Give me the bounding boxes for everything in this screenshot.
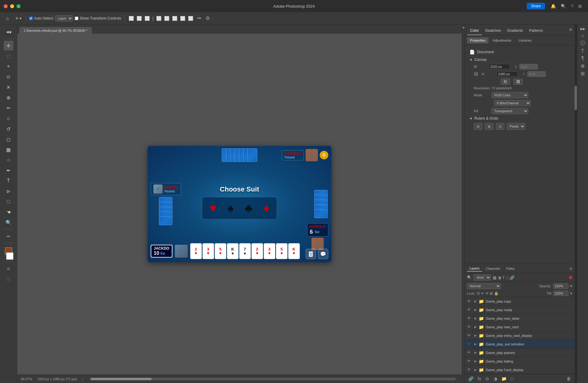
hand-card-3[interactable]: 5♥: [215, 243, 226, 259]
bits-select[interactable]: 8 Bits/Channel: [494, 100, 531, 106]
fill-chevron-icon[interactable]: ▾: [570, 291, 572, 296]
chevron-icon-7[interactable]: ▶: [474, 359, 477, 363]
info-panel-icon[interactable]: ⓘ: [580, 40, 585, 46]
lock-transparent-icon[interactable]: ⊡: [477, 291, 480, 296]
type-icon[interactable]: T: [4, 176, 13, 186]
share-button[interactable]: Share: [527, 3, 545, 9]
crop-tool-icon[interactable]: ⊡: [4, 72, 13, 82]
tab-layers[interactable]: Layers: [467, 266, 482, 272]
tab-paths[interactable]: Paths: [504, 266, 517, 271]
align-center-h-icon[interactable]: ⬜: [136, 15, 143, 21]
move-tool[interactable]: ✛ ▾: [14, 16, 23, 21]
zoom-icon[interactable]: 🔍: [4, 218, 13, 227]
add-mask-icon[interactable]: ⊙: [484, 376, 490, 382]
layer-select[interactable]: Layer: [55, 15, 73, 21]
canvas-x-input[interactable]: [519, 64, 538, 69]
shape-icon[interactable]: □: [4, 197, 13, 206]
chevron-icon-6[interactable]: ▶: [474, 351, 477, 354]
align-right-icon[interactable]: ⬜: [171, 15, 178, 21]
eye-icon-5[interactable]: 👁: [467, 342, 473, 346]
link-layers-icon[interactable]: 🔗: [467, 376, 475, 382]
layer-item-7[interactable]: 👁 ▶ 📁 Game_play bating: [465, 357, 575, 366]
horizontal-scrollbar[interactable]: [90, 378, 456, 380]
help-icon[interactable]: ?: [571, 4, 573, 9]
eye-icon-1[interactable]: 👁: [467, 307, 473, 312]
spade-button[interactable]: ♠: [225, 200, 236, 216]
fill-percent-input[interactable]: [553, 291, 568, 296]
delete-layer-icon[interactable]: 🗑: [565, 376, 572, 382]
lock-move-icon[interactable]: ✛: [485, 291, 488, 296]
deal-button[interactable]: 🃏: [306, 249, 316, 259]
layer-item-8[interactable]: 👁 ▶ 📁 Game_play Card_display: [465, 366, 575, 374]
eyedropper-icon[interactable]: ✕: [4, 82, 13, 92]
link-icon[interactable]: ⛓: [474, 72, 478, 76]
maximize-button[interactable]: [17, 4, 21, 8]
hand-card-6[interactable]: 2♥: [251, 243, 263, 259]
close-button[interactable]: [4, 4, 8, 8]
show-transform-checkbox[interactable]: Show Transform Controls: [75, 16, 121, 20]
gradient-icon[interactable]: ▦: [4, 145, 13, 154]
hand-card-4[interactable]: K♠: [227, 243, 239, 259]
filter-adjust-icon[interactable]: ◑: [498, 275, 501, 280]
group-layers-icon[interactable]: 📁: [500, 376, 508, 382]
tab-gradients[interactable]: Gradients: [504, 27, 526, 35]
eye-icon-3[interactable]: 👁: [467, 325, 473, 329]
layer-item-6[interactable]: 👁 ▶ 📁 Game_play passed: [465, 348, 575, 357]
filter-smart-icon[interactable]: 🔗: [510, 275, 514, 280]
heart-button[interactable]: ♥: [207, 200, 219, 216]
paragraph-panel-icon[interactable]: ¶: [581, 56, 584, 61]
brush-icon[interactable]: ✏: [4, 103, 13, 113]
history-panel-icon[interactable]: ⊞: [581, 71, 585, 76]
sub-tab-adjustments[interactable]: Adjustments: [490, 37, 514, 43]
canvas-h-input[interactable]: [496, 71, 518, 77]
tab-patterns[interactable]: Patterns: [526, 27, 546, 35]
chevron-icon-8[interactable]: ▶: [474, 368, 477, 371]
eye-icon-0[interactable]: 👁: [467, 299, 473, 303]
right-panel-scrollbar[interactable]: [575, 24, 577, 383]
ruler-unit-select[interactable]: Pixels: [507, 123, 525, 130]
lock-paint-icon[interactable]: ✏: [481, 291, 484, 296]
notification-icon[interactable]: 🔔: [551, 4, 556, 9]
lock-artboard-icon[interactable]: ⊞: [490, 291, 493, 296]
ruler-grid-icon[interactable]: ⊞: [485, 123, 493, 130]
hand-card-2[interactable]: 3♥: [202, 243, 214, 259]
home-panel-icon[interactable]: ⌂: [581, 33, 584, 38]
canvas-w-input[interactable]: [488, 64, 510, 69]
marquee-tool-icon[interactable]: ⬚: [4, 51, 13, 61]
clone-icon[interactable]: ⌂: [4, 113, 13, 123]
fx-icon[interactable]: fx: [477, 376, 482, 382]
filter-shape-icon[interactable]: □: [506, 275, 508, 280]
layer-item-1[interactable]: 👁 ▶ 📁 Game_play ready: [465, 306, 575, 314]
lasso-tool-icon[interactable]: ⌖: [4, 61, 13, 71]
healing-icon[interactable]: ⊕: [4, 93, 13, 102]
canvas-tab-1[interactable]: 1 Elements-mfedit.psd @ 66,7% (RGB/8) *: [20, 27, 92, 34]
screen-mode-icon[interactable]: ⬛: [4, 274, 13, 284]
tab-swatches[interactable]: Swatches: [482, 27, 504, 35]
hand-card-5[interactable]: 7♠: [239, 243, 251, 259]
search-icon[interactable]: 🔍: [561, 4, 566, 9]
lock-aspect-icon[interactable]: ⛓: [501, 79, 510, 85]
sub-tab-libraries[interactable]: Libraries: [516, 37, 535, 43]
workspace-icon[interactable]: ⊞: [578, 4, 582, 9]
hand-card-7[interactable]: 3♥: [264, 243, 275, 259]
align-left-icon[interactable]: ⬜: [155, 15, 162, 21]
canvas-y-input[interactable]: [527, 71, 546, 77]
club-button[interactable]: ♣: [242, 200, 255, 216]
path-select-icon[interactable]: ⊳: [4, 186, 13, 196]
chevron-icon-5[interactable]: ▶: [474, 342, 477, 346]
layer-item-2[interactable]: 👁 ▶ 📁 Game_play new_delar: [465, 314, 575, 323]
canvas-content[interactable]: CAJEN12 Passed 👤 D 👤 MISS: [17, 34, 462, 374]
panel-menu-icon[interactable]: ≡: [569, 27, 572, 32]
hand-card-9[interactable]: K♥: [288, 243, 300, 259]
eye-icon-4[interactable]: 👁: [467, 333, 473, 338]
mode-select[interactable]: RGB Color: [492, 92, 528, 98]
chevron-icon-3[interactable]: ▶: [474, 325, 477, 329]
sub-tab-properties[interactable]: Properties: [467, 37, 488, 43]
text-panel-icon[interactable]: T: [581, 48, 584, 54]
opacity-input[interactable]: [553, 283, 568, 289]
auto-select-input[interactable]: [29, 17, 33, 20]
align-center-v-icon[interactable]: ⬜: [163, 15, 170, 21]
panel-collapse-icon[interactable]: ◀◀: [462, 26, 464, 29]
layer-item-4[interactable]: 👁 ▶ 📁 Game_play extra_card_display: [465, 331, 575, 340]
adjustment-layer-icon[interactable]: ◑: [492, 376, 498, 382]
